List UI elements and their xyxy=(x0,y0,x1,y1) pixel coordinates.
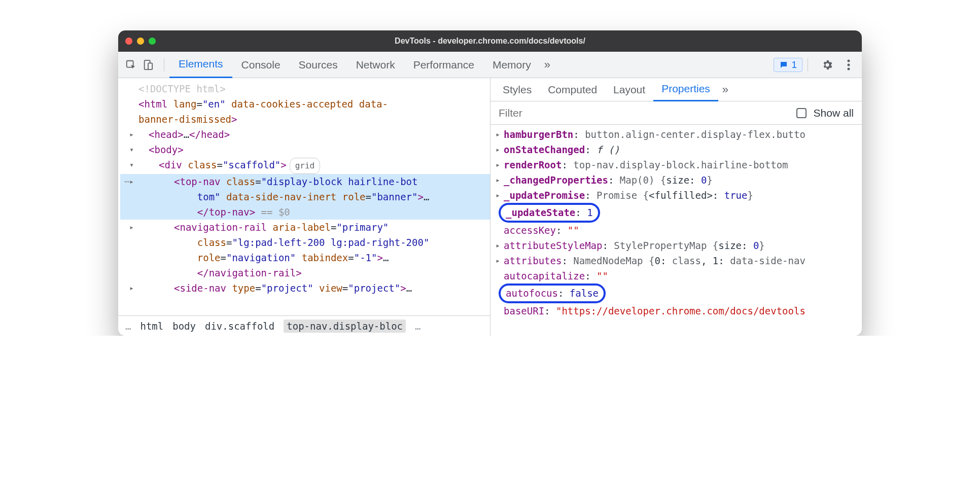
tab-memory[interactable]: Memory xyxy=(483,52,540,78)
selection-marker: == $0 xyxy=(255,206,290,218)
crumb-more-left[interactable]: … xyxy=(125,321,131,332)
property-row[interactable]: _updateState: 1 xyxy=(495,203,862,223)
dom-doctype[interactable]: <!DOCTYPE html> xyxy=(138,83,226,94)
properties-filter-bar: Show all xyxy=(491,101,862,125)
inspect-icon[interactable] xyxy=(124,58,137,72)
layout-badge[interactable]: grid xyxy=(290,158,321,174)
tab-network[interactable]: Network xyxy=(347,52,404,78)
crumb-html[interactable]: html xyxy=(140,321,163,332)
close-icon[interactable] xyxy=(125,38,132,45)
panels: <!DOCTYPE html> <html lang="en" data-coo… xyxy=(118,78,862,336)
more-tabs-icon[interactable]: » xyxy=(544,58,550,72)
dom-side-nav[interactable]: <side-nav type="project" view="project">… xyxy=(120,280,490,296)
settings-icon[interactable] xyxy=(820,59,834,71)
properties-list[interactable]: hamburgerBtn: button.align-center.displa… xyxy=(491,125,862,336)
subtab-layout[interactable]: Layout xyxy=(605,78,653,101)
showall-checkbox[interactable] xyxy=(796,108,807,118)
property-row[interactable]: _updatePromise: Promise {<fulfilled>: tr… xyxy=(495,188,862,203)
tab-performance[interactable]: Performance xyxy=(404,52,483,78)
dom-body[interactable]: <body> xyxy=(120,142,490,157)
dom-topnav-selected[interactable]: ⋯<top-nav class="display-block hairline-… xyxy=(120,174,490,189)
property-row[interactable]: attributes: NamedNodeMap {0: class, 1: d… xyxy=(495,253,862,268)
property-row[interactable]: _changedProperties: Map(0) {size: 0} xyxy=(495,172,862,188)
device-toggle-icon[interactable] xyxy=(142,58,155,72)
dom-html[interactable]: <html lang="en" data-cookies-accepted da… xyxy=(120,96,490,112)
dom-scaffold[interactable]: <div class="scaffold">grid xyxy=(120,157,490,174)
titlebar[interactable]: DevTools - developer.chrome.com/docs/dev… xyxy=(118,30,862,52)
devtools-window: DevTools - developer.chrome.com/docs/dev… xyxy=(118,30,862,336)
subtab-styles[interactable]: Styles xyxy=(495,78,540,101)
tab-console[interactable]: Console xyxy=(232,52,290,78)
sidebar-panel: Styles Computed Layout Properties » Show… xyxy=(490,78,862,336)
dom-head[interactable]: <head>…</head> xyxy=(120,127,490,142)
sidebar-tabs: Styles Computed Layout Properties » xyxy=(491,78,862,101)
separator xyxy=(808,58,808,72)
property-row[interactable]: attributeStyleMap: StylePropertyMap {siz… xyxy=(495,238,862,253)
svg-point-4 xyxy=(848,63,850,66)
messages-button[interactable]: 1 xyxy=(774,58,802,72)
svg-point-3 xyxy=(848,59,850,62)
main-toolbar: Elements Console Sources Network Perform… xyxy=(118,52,862,78)
crumb-body[interactable]: body xyxy=(172,321,196,332)
svg-point-5 xyxy=(848,67,850,70)
maximize-icon[interactable] xyxy=(149,38,156,45)
message-count: 1 xyxy=(791,59,797,70)
traffic-lights xyxy=(125,38,156,45)
property-row[interactable]: accessKey: "" xyxy=(495,223,862,238)
svg-rect-2 xyxy=(148,63,152,69)
tab-elements[interactable]: Elements xyxy=(169,52,232,78)
minimize-icon[interactable] xyxy=(137,38,144,45)
dom-navigation-rail[interactable]: <navigation-rail aria-label="primary" xyxy=(120,220,490,235)
window-title: DevTools - developer.chrome.com/docs/dev… xyxy=(395,37,585,46)
showall-label: Show all xyxy=(814,107,854,119)
property-row[interactable]: hamburgerBtn: button.align-center.displa… xyxy=(495,127,862,142)
tab-sources[interactable]: Sources xyxy=(290,52,347,78)
property-row[interactable]: autofocus: false xyxy=(495,284,862,303)
filter-input[interactable] xyxy=(499,107,789,119)
subtab-properties[interactable]: Properties xyxy=(653,78,718,101)
crumb-topnav[interactable]: top-nav.display-bloc xyxy=(284,320,406,333)
more-subtabs-icon[interactable]: » xyxy=(722,83,728,96)
subtab-computed[interactable]: Computed xyxy=(540,78,605,101)
separator xyxy=(164,58,164,72)
property-row[interactable]: baseURI: "https://developer.chrome.com/d… xyxy=(495,303,862,318)
elements-panel: <!DOCTYPE html> <html lang="en" data-coo… xyxy=(118,78,490,336)
breadcrumb[interactable]: … html body div.scaffold top-nav.display… xyxy=(118,315,490,336)
property-row[interactable]: autocapitalize: "" xyxy=(495,268,862,284)
crumb-more-right[interactable]: … xyxy=(415,321,421,332)
kebab-menu-icon[interactable] xyxy=(842,59,856,70)
gutter-ellipsis-icon[interactable]: ⋯ xyxy=(124,174,130,189)
dom-tree[interactable]: <!DOCTYPE html> <html lang="en" data-coo… xyxy=(118,78,490,315)
property-row[interactable]: onStateChanged: f () xyxy=(495,142,862,157)
crumb-scaffold[interactable]: div.scaffold xyxy=(205,321,274,332)
main-tabs: Elements Console Sources Network Perform… xyxy=(169,52,540,78)
property-row[interactable]: renderRoot: top-nav.display-block.hairli… xyxy=(495,157,862,172)
